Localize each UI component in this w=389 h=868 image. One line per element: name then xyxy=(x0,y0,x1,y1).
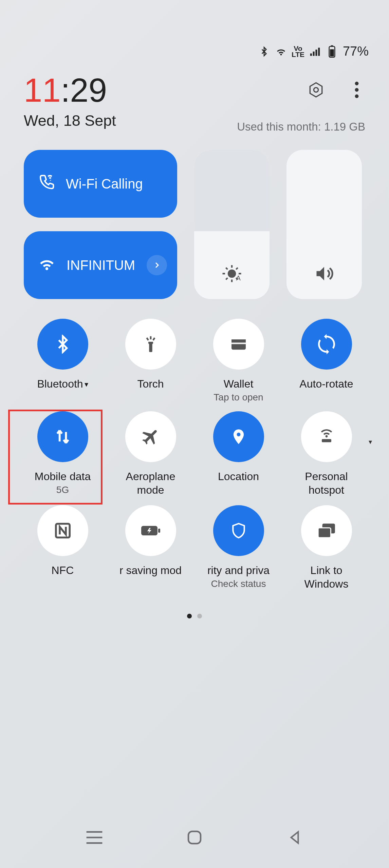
svg-point-9 xyxy=(355,82,359,85)
wifi-expand-button[interactable] xyxy=(147,255,167,275)
tile-label: Aeroplane mode xyxy=(113,470,188,497)
tile-rotate[interactable]: Auto-rotate xyxy=(288,319,365,403)
status-bar: VoLTE 77% xyxy=(258,44,369,59)
svg-rect-2 xyxy=(315,50,317,56)
svg-rect-5 xyxy=(331,45,333,46)
battery-percentage: 77% xyxy=(343,44,369,59)
svg-point-8 xyxy=(314,87,318,92)
highlight-mobile-data xyxy=(8,410,103,505)
svg-line-19 xyxy=(226,278,228,280)
tile-label: Auto-rotate xyxy=(299,377,353,391)
volte-status-icon: VoLTE xyxy=(292,45,304,58)
tile-battery[interactable]: r saving mod xyxy=(112,505,189,591)
nav-recent-button[interactable] xyxy=(81,824,108,851)
svg-rect-1 xyxy=(313,52,315,56)
bluetooth-status-icon xyxy=(258,45,270,58)
tile-sublabel: Tap to open xyxy=(214,392,263,403)
tile-label: Bluetooth▾ xyxy=(37,377,88,391)
nav-back-button[interactable] xyxy=(281,824,308,851)
svg-point-10 xyxy=(355,88,359,92)
wifi-status-icon xyxy=(275,45,287,58)
brightness-slider[interactable]: A xyxy=(194,150,270,299)
svg-rect-0 xyxy=(310,53,312,56)
tile-nfc[interactable]: NFC xyxy=(24,505,101,591)
svg-rect-27 xyxy=(231,339,246,342)
page-indicator xyxy=(0,614,389,618)
nav-home-button[interactable] xyxy=(181,824,208,851)
battery-status-icon xyxy=(326,45,338,58)
volume-slider[interactable] xyxy=(286,150,362,299)
svg-rect-34 xyxy=(318,528,331,538)
volume-icon xyxy=(314,263,334,284)
svg-line-20 xyxy=(236,268,238,270)
svg-point-12 xyxy=(228,270,235,277)
wifi-name-label: INFINITUM xyxy=(67,258,135,273)
wifi-calling-label: Wi-Fi Calling xyxy=(66,176,143,192)
settings-button[interactable] xyxy=(308,81,325,98)
svg-rect-3 xyxy=(318,47,320,56)
svg-rect-28 xyxy=(231,342,246,344)
tile-link[interactable]: Link to Windows xyxy=(288,505,365,591)
tile-label: Link to Windows xyxy=(289,564,364,591)
signal-status-icon xyxy=(309,45,321,58)
tile-wallet[interactable]: WalletTap to open xyxy=(200,319,277,403)
wifi-tile[interactable]: INFINITUM xyxy=(24,231,177,299)
wallet-icon xyxy=(213,319,264,370)
nfc-icon xyxy=(37,505,88,556)
tile-label: rity and priva xyxy=(207,564,270,577)
expand-indicator: ▾ xyxy=(369,438,372,446)
hotspot-icon xyxy=(301,411,352,462)
more-options-button[interactable] xyxy=(348,81,365,98)
tile-label: Personal hotspot xyxy=(289,470,364,497)
torch-icon xyxy=(125,319,176,370)
svg-line-23 xyxy=(147,338,148,340)
tile-shield[interactable]: rity and privaCheck status xyxy=(200,505,277,591)
page-dot-2 xyxy=(197,614,202,618)
svg-rect-29 xyxy=(322,439,331,442)
shield-icon xyxy=(213,505,264,556)
svg-rect-6 xyxy=(330,49,334,56)
clock: 11:29 xyxy=(24,71,107,110)
svg-marker-7 xyxy=(310,83,322,97)
page-dot-1 xyxy=(187,614,192,618)
svg-line-17 xyxy=(226,268,228,270)
brightness-fill xyxy=(194,150,270,231)
tile-label: r saving mod xyxy=(119,564,182,577)
clock-hour: 11 xyxy=(24,72,61,109)
tile-sublabel: Check status xyxy=(211,578,266,589)
rotate-icon xyxy=(301,319,352,370)
tile-torch[interactable]: Torch xyxy=(112,319,189,403)
tile-label: Wallet xyxy=(224,377,254,391)
svg-rect-32 xyxy=(158,529,160,533)
airplane-icon xyxy=(125,411,176,462)
wifi-calling-tile[interactable]: Wi-Fi Calling xyxy=(24,150,177,218)
svg-point-11 xyxy=(355,94,359,98)
location-icon xyxy=(213,411,264,462)
clock-minutes: :29 xyxy=(61,72,107,109)
svg-text:A: A xyxy=(236,274,241,282)
bluetooth-icon xyxy=(37,319,88,370)
tile-label: Location xyxy=(218,470,259,483)
wifi-icon xyxy=(37,254,56,276)
battery-icon xyxy=(125,505,176,556)
tile-hotspot[interactable]: Personal hotspot▾ xyxy=(288,411,365,497)
tile-label: NFC xyxy=(52,564,74,577)
wifi-calling-icon xyxy=(37,173,56,195)
brightness-icon: A xyxy=(222,263,242,284)
tile-airplane[interactable]: Aeroplane mode xyxy=(112,411,189,497)
data-usage-label: Used this month: 1.19 GB xyxy=(237,120,365,133)
tile-bluetooth[interactable]: Bluetooth▾ xyxy=(24,319,101,403)
date-label: Wed, 18 Sept xyxy=(24,112,116,130)
tile-label: Torch xyxy=(137,377,164,391)
svg-rect-38 xyxy=(188,831,201,844)
tile-location[interactable]: Location xyxy=(200,411,277,497)
svg-line-24 xyxy=(153,338,155,340)
link-icon xyxy=(301,505,352,556)
